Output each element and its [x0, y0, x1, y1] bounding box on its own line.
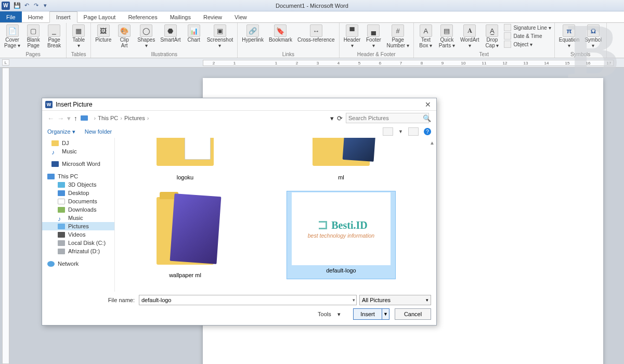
new-folder-button[interactable]: New folder: [85, 128, 112, 135]
file-item-ml[interactable]: ml: [287, 138, 396, 181]
drop-cap-icon: A̲: [486, 24, 498, 37]
tree-node-music[interactable]: ♪Music: [42, 147, 114, 155]
tree-node-videos[interactable]: Videos: [42, 230, 114, 239]
undo-icon[interactable]: ↶: [23, 2, 30, 9]
tree-node-downloads[interactable]: Downloads: [42, 205, 114, 214]
insert-button[interactable]: Insert ▼: [353, 308, 389, 320]
bookmark-button[interactable]: 🔖Bookmark: [268, 24, 293, 44]
file-type-filter[interactable]: All Pictures ▾: [359, 295, 431, 305]
chevron-right-icon[interactable]: ›: [147, 115, 149, 121]
chevron-down-icon[interactable]: ▾: [330, 114, 334, 122]
cancel-button[interactable]: Cancel: [395, 308, 431, 320]
chevron-down-icon[interactable]: ▼: [398, 129, 403, 134]
tree-node-desktop[interactable]: Desktop: [42, 189, 114, 197]
word-icon: W: [2, 2, 10, 10]
nav-forward-icon[interactable]: →: [57, 114, 64, 122]
tab-mailings[interactable]: Mailings: [164, 11, 197, 22]
redo-icon[interactable]: ↷: [32, 2, 40, 9]
page-break-button[interactable]: ⎯Page Break: [45, 24, 63, 49]
scrollbar[interactable]: ▲: [429, 140, 435, 290]
organize-button[interactable]: Organize ▾: [47, 128, 75, 135]
help-icon[interactable]: ?: [424, 128, 431, 135]
breadcrumb-part[interactable]: Pictures: [124, 115, 145, 121]
file-item-logoku[interactable]: logoku: [131, 138, 240, 181]
chevron-right-icon[interactable]: ›: [120, 115, 122, 121]
tree-node-dj[interactable]: DJ: [42, 139, 114, 147]
tree-node-this-pc[interactable]: This PC: [42, 172, 114, 180]
group-pages: 📄Cover Page ▾ ▢Blank Page ⎯Page Break Pa…: [0, 23, 67, 58]
this-pc-icon: [47, 174, 55, 179]
tree-node-music[interactable]: ♪Music: [42, 214, 114, 222]
group-caption: Symbols: [558, 51, 603, 58]
screenshot-button[interactable]: ▣Screenshot ▾: [206, 24, 235, 49]
view-mode-button[interactable]: [383, 127, 393, 136]
table-button[interactable]: ▦Table ▾: [70, 24, 87, 49]
object-button[interactable]: Object ▾: [504, 41, 551, 48]
symbol-button[interactable]: ΩSymbol ▾: [583, 24, 603, 49]
signature-line-button[interactable]: Signature Line ▾: [504, 24, 551, 31]
tab-insert[interactable]: Insert: [49, 11, 77, 23]
equation-button[interactable]: πEquation ▾: [558, 24, 580, 49]
tab-home[interactable]: Home: [22, 11, 49, 22]
tree-node-3d-objects[interactable]: 3D Objects: [42, 180, 114, 189]
refresh-icon[interactable]: ⟳: [337, 114, 343, 122]
picture-button[interactable]: 🖼Picture: [94, 24, 112, 44]
cover-page-button[interactable]: 📄Cover Page ▾: [3, 24, 21, 49]
tree-node-pictures[interactable]: Pictures: [42, 222, 114, 230]
smartart-button[interactable]: ⬣SmartArt: [159, 24, 181, 44]
file-item-wallpaper-ml[interactable]: wallpaper ml: [131, 191, 240, 279]
file-label: logoku: [177, 174, 193, 180]
file-name-input[interactable]: [139, 295, 357, 305]
tools-button[interactable]: Tools ▾: [318, 311, 341, 318]
search-icon[interactable]: 🔍: [423, 114, 431, 122]
footer-button[interactable]: ▄Footer ▾: [365, 24, 382, 49]
tab-selector[interactable]: L: [2, 59, 9, 66]
cross-reference-button[interactable]: ↔Cross-reference: [296, 24, 336, 44]
tree-node-network[interactable]: Network: [42, 259, 114, 268]
nav-up-icon[interactable]: ↑: [74, 114, 77, 122]
chevron-down-icon[interactable]: ▾: [67, 114, 71, 122]
tree-node-msword[interactable]: Microsoft Word: [42, 160, 114, 168]
clip-art-button[interactable]: 🎨Clip Art: [115, 24, 133, 49]
insert-dropdown-icon[interactable]: ▼: [382, 309, 389, 319]
tree-node-documents[interactable]: Documents: [42, 197, 114, 205]
chevron-right-icon[interactable]: ›: [94, 115, 96, 121]
folder-icon: [51, 140, 59, 146]
wordart-button[interactable]: 𝐀WordArt ▾: [459, 24, 480, 49]
file-item-default-logo[interactable]: Besti.ID best technology information def…: [287, 191, 396, 279]
filter-label: All Pictures: [362, 297, 391, 303]
tab-view[interactable]: View: [228, 11, 253, 22]
tree-node-afrizatul[interactable]: Afrizatul (D:): [42, 247, 114, 255]
blank-page-button[interactable]: ▢Blank Page: [24, 24, 42, 49]
nav-back-icon[interactable]: ←: [47, 114, 54, 122]
tree-node-local-disk[interactable]: Local Disk (C:): [42, 239, 114, 247]
close-icon[interactable]: ✕: [423, 100, 433, 109]
horizontal-ruler[interactable]: 21123456789101112131415161718: [203, 60, 614, 66]
breadcrumb-part[interactable]: This PC: [98, 115, 118, 121]
page-number-button[interactable]: #Page Number ▾: [385, 24, 410, 49]
chart-button[interactable]: 📊Chart: [185, 24, 203, 44]
vertical-ruler[interactable]: [2, 68, 9, 364]
header-button[interactable]: ▀Header ▾: [343, 24, 362, 49]
tab-file[interactable]: File: [0, 11, 22, 22]
preview-pane-button[interactable]: [408, 127, 419, 136]
besti-brand: Besti.ID: [331, 219, 367, 231]
quick-parts-button[interactable]: ▤Quick Parts ▾: [438, 24, 456, 49]
date-time-button[interactable]: Date & Time: [504, 32, 551, 40]
folder-icon: [58, 182, 65, 188]
scroll-up-icon[interactable]: ▲: [429, 140, 435, 146]
tab-review[interactable]: Review: [197, 11, 228, 22]
ribbon-tabs: File Home Insert Page Layout References …: [0, 11, 624, 23]
qat-customize-icon[interactable]: ▾: [42, 2, 49, 9]
chevron-down-icon[interactable]: ▾: [353, 297, 355, 303]
search-input[interactable]: [346, 113, 429, 123]
shapes-button[interactable]: ◯Shapes ▾: [136, 24, 156, 49]
save-icon[interactable]: 💾: [14, 2, 21, 9]
drop-cap-button[interactable]: A̲Drop Cap ▾: [483, 24, 501, 49]
hyperlink-icon: 🔗: [246, 24, 259, 37]
tab-page-layout[interactable]: Page Layout: [77, 11, 122, 22]
text-box-button[interactable]: AText Box ▾: [417, 24, 435, 49]
file-name-label: File name:: [47, 297, 135, 303]
tab-references[interactable]: References: [122, 11, 163, 22]
hyperlink-button[interactable]: 🔗Hyperlink: [241, 24, 265, 44]
